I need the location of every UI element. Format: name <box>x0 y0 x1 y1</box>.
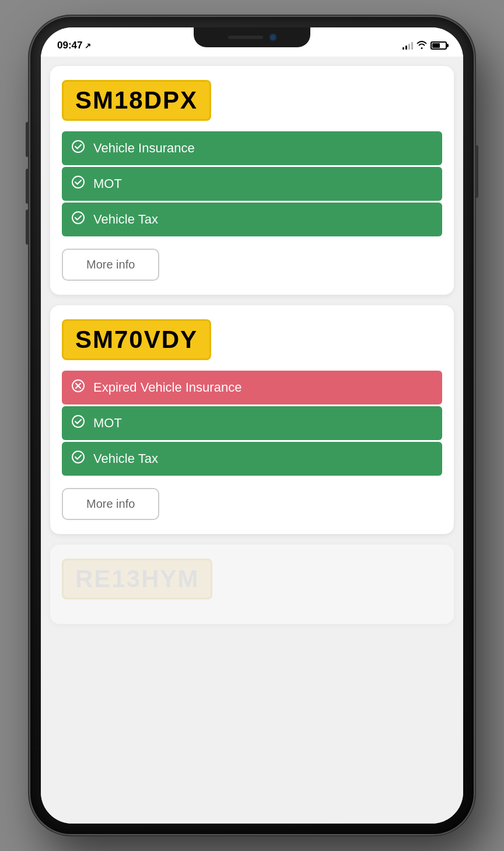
signal-icon <box>402 41 413 50</box>
more-info-button-1[interactable]: More info <box>62 249 159 281</box>
notch <box>194 27 310 47</box>
check-icon-insurance-1 <box>71 139 85 157</box>
location-arrow-icon: ↗ <box>85 41 91 50</box>
insurance-label-2: Expired Vehicle Insurance <box>93 380 242 395</box>
tax-row-1: Vehicle Tax <box>62 203 442 236</box>
tax-label-1: Vehicle Tax <box>93 212 158 227</box>
plate-3: RE13HYM <box>62 559 212 599</box>
insurance-row-2: Expired Vehicle Insurance <box>62 371 442 404</box>
mot-row-2: MOT <box>62 406 442 440</box>
screen-content[interactable]: SM18DPX Vehicle Insurance <box>41 57 463 824</box>
vehicle-card-1: SM18DPX Vehicle Insurance <box>50 66 454 295</box>
speaker <box>228 36 263 39</box>
mot-label-2: MOT <box>93 416 122 431</box>
svg-point-6 <box>72 416 84 427</box>
time-display: 09:47 <box>57 40 82 51</box>
tax-row-2: Vehicle Tax <box>62 442 442 476</box>
svg-point-0 <box>72 141 84 152</box>
insurance-label-1: Vehicle Insurance <box>93 141 195 156</box>
plate-text-2: SM70VDY <box>75 326 198 353</box>
phone-body: 09:47 ↗ <box>30 17 474 834</box>
plate-text-3: RE13HYM <box>75 565 199 592</box>
check-icon-mot-2 <box>71 414 85 432</box>
svg-point-7 <box>72 451 84 463</box>
status-icons <box>402 41 447 51</box>
phone-screen: 09:47 ↗ <box>41 27 463 824</box>
plate-2: SM70VDY <box>62 319 211 360</box>
check-icon-tax-1 <box>71 211 85 228</box>
wifi-icon <box>416 41 427 51</box>
battery-icon <box>430 41 447 50</box>
plate-1: SM18DPX <box>62 80 211 121</box>
insurance-row-1: Vehicle Insurance <box>62 131 442 165</box>
status-time: 09:47 ↗ <box>57 40 91 51</box>
svg-point-1 <box>72 176 84 188</box>
phone-frame: 09:47 ↗ <box>0 0 504 851</box>
check-icon-mot-1 <box>71 175 85 193</box>
mot-label-1: MOT <box>93 176 122 191</box>
more-info-button-2[interactable]: More info <box>62 488 159 520</box>
vehicle-card-2: SM70VDY Expired Vehicle Insurance <box>50 305 454 534</box>
front-camera <box>270 34 276 40</box>
cross-icon-insurance-2 <box>71 379 85 396</box>
vehicle-card-3: RE13HYM <box>50 545 454 624</box>
check-icon-tax-2 <box>71 450 85 468</box>
plate-text-1: SM18DPX <box>75 86 198 114</box>
svg-point-2 <box>72 212 84 224</box>
tax-label-2: Vehicle Tax <box>93 451 158 466</box>
mot-row-1: MOT <box>62 167 442 201</box>
